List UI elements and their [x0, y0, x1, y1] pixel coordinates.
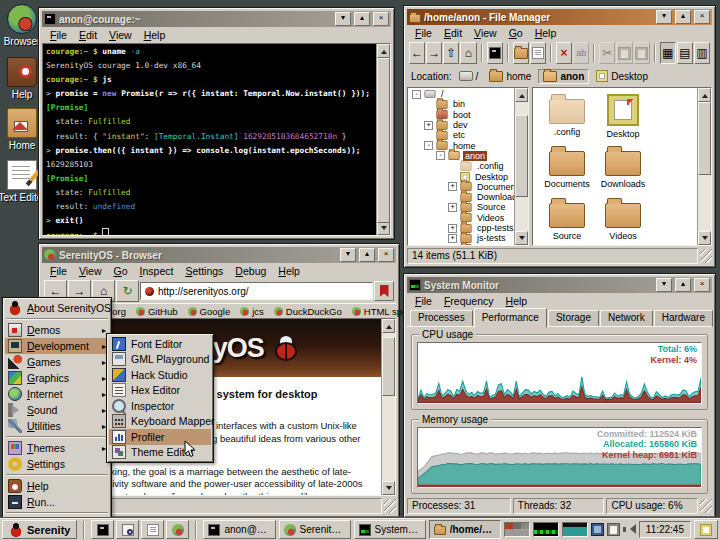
reload-button[interactable]: ↻	[116, 280, 139, 302]
table-view-button[interactable]: ▤	[677, 42, 693, 64]
collapse-icon[interactable]: -	[424, 141, 433, 150]
browser-menu-view[interactable]: View	[73, 265, 108, 277]
scroll-up-button[interactable]	[377, 44, 390, 58]
scroll-down-button[interactable]	[377, 221, 390, 235]
minimize-button[interactable]: ▾	[340, 248, 356, 262]
rename-button[interactable]: ab	[573, 42, 589, 64]
collapse-icon[interactable]: -	[412, 90, 421, 99]
system-monitor-menu-help[interactable]: Help	[500, 295, 534, 307]
start-menu-item-themes[interactable]: Themes▸	[5, 440, 109, 456]
icon-view-button[interactable]: ▦	[660, 42, 676, 64]
expand-icon[interactable]: +	[448, 234, 457, 243]
scroll-track[interactable]	[382, 333, 395, 481]
bookmark-github[interactable]: GitHub	[132, 306, 182, 317]
terminal-scrollbar[interactable]	[376, 44, 390, 235]
start-menu-item-sound[interactable]: Sound▸	[5, 402, 109, 418]
tree-item-boot[interactable]: boot	[408, 110, 514, 120]
quick-launch-filesearch[interactable]	[116, 520, 139, 539]
tree-item-home[interactable]: -home	[408, 140, 514, 150]
scroll-up-button[interactable]	[515, 88, 528, 102]
scroll-thumb[interactable]	[377, 58, 390, 223]
terminal-output[interactable]: courage:~ $ uname -aSerenityOS courage 1…	[43, 44, 376, 235]
tree-item-[interactable]: -/	[408, 89, 514, 99]
tab-network[interactable]: Network	[600, 310, 653, 327]
submenu-item-inspector[interactable]: Inspector	[109, 398, 211, 414]
scroll-thumb[interactable]	[698, 102, 711, 175]
start-menu-item-settings[interactable]: Settings	[5, 456, 109, 472]
minimize-button[interactable]: ▾	[656, 278, 672, 292]
file-manager-menu-help[interactable]: Help	[529, 27, 563, 39]
browser-menu-help[interactable]: Help	[272, 265, 306, 277]
open-terminal-button[interactable]	[487, 42, 503, 64]
tree-item-etc[interactable]: etc	[408, 130, 514, 140]
terminal-menu-view[interactable]: View	[103, 29, 138, 41]
system-monitor-menu-frequency[interactable]: Frequency	[438, 295, 500, 307]
file-item-config[interactable]: .config	[540, 92, 594, 144]
breadcrumb-[interactable]: /	[455, 70, 483, 83]
tree-item-dev[interactable]: +dev	[408, 120, 514, 130]
system-monitor-titlebar[interactable]: System Monitor ▾ ▴ ×	[407, 277, 712, 293]
minimize-button[interactable]: ▾	[656, 10, 672, 24]
tree-item-documents[interactable]: +Documents	[408, 182, 514, 192]
close-button[interactable]: ×	[694, 278, 710, 292]
bookmark-jcs[interactable]: jcs	[236, 306, 268, 317]
scroll-track[interactable]	[377, 58, 390, 221]
tree-item-bin[interactable]: bin	[408, 99, 514, 109]
start-menu-item-demos[interactable]: Demos▸	[5, 322, 109, 338]
copy-button[interactable]	[616, 42, 632, 64]
scroll-up-button[interactable]	[382, 319, 395, 333]
quick-launch-textedit[interactable]	[141, 520, 164, 539]
scroll-down-button[interactable]	[698, 231, 711, 245]
tree-item-tests[interactable]: tests	[408, 243, 514, 245]
clock[interactable]: 11:22:45	[639, 521, 691, 538]
maximize-button[interactable]: ▴	[675, 10, 691, 24]
file-item-source[interactable]: Source	[540, 196, 594, 245]
breadcrumb-home[interactable]: home	[485, 70, 535, 83]
maximize-button[interactable]: ▴	[354, 12, 370, 26]
breadcrumb-desktop[interactable]: Desktop	[592, 69, 652, 83]
scroll-track[interactable]	[698, 102, 711, 231]
resize-grip[interactable]	[700, 499, 712, 513]
taskbar-window-anon-courage[interactable]: anon@courage:~	[203, 520, 275, 539]
file-manager-titlebar[interactable]: /home/anon - File Manager ▾ ▴ ×	[407, 9, 712, 25]
browser-menu-go[interactable]: Go	[108, 265, 134, 277]
close-button[interactable]: ×	[373, 12, 389, 26]
network-icon[interactable]	[591, 523, 604, 536]
scroll-thumb[interactable]	[382, 337, 395, 395]
start-menu-item-utilities[interactable]: Utilities▸	[5, 418, 109, 434]
start-button[interactable]: Serenity	[2, 520, 77, 539]
terminal-menu-file[interactable]: File	[44, 29, 73, 41]
columns-view-button[interactable]: ▥	[694, 42, 710, 64]
show-desktop-button[interactable]	[694, 520, 718, 539]
browser-menu-inspect[interactable]: Inspect	[134, 265, 180, 277]
volume-icon[interactable]	[623, 523, 636, 536]
taskbar-window-system-monitor[interactable]: System Monitor	[354, 520, 426, 539]
maximize-button[interactable]: ▴	[675, 278, 691, 292]
tree-item-videos[interactable]: Videos	[408, 213, 514, 223]
browser-menu-debug[interactable]: Debug	[229, 265, 272, 277]
forward-button[interactable]: →	[426, 42, 442, 64]
resize-grip[interactable]	[700, 249, 712, 263]
breadcrumb-anon[interactable]: anon	[538, 69, 589, 84]
tab-processes[interactable]: Processes	[410, 310, 473, 327]
file-item-desktop[interactable]: Desktop	[596, 92, 650, 144]
minimize-button[interactable]: ▾	[335, 12, 351, 26]
grid-scrollbar[interactable]	[697, 88, 711, 245]
taskbar-window-home-anon-fil[interactable]: /home/anon - Fil...	[429, 520, 501, 539]
resize-grip[interactable]	[384, 499, 396, 513]
start-menu-item-development[interactable]: Development▸	[5, 338, 109, 354]
open-parent-button[interactable]: ⇧	[443, 42, 459, 64]
submenu-item-font-editor[interactable]: Font Editor	[109, 336, 211, 352]
scroll-up-button[interactable]	[698, 88, 711, 102]
browser-menu-file[interactable]: File	[44, 265, 73, 277]
new-folder-button[interactable]	[513, 42, 529, 64]
start-menu-item-graphics[interactable]: Graphics▸	[5, 370, 109, 386]
paste-button[interactable]	[634, 42, 650, 64]
tree-scrollbar[interactable]	[514, 88, 528, 245]
file-manager-menu-edit[interactable]: Edit	[438, 27, 468, 39]
maximize-button[interactable]: ▴	[359, 248, 375, 262]
start-menu-item-games[interactable]: Games▸	[5, 354, 109, 370]
bookmark-button[interactable]	[374, 281, 394, 301]
start-menu-item-internet[interactable]: Internet▸	[5, 386, 109, 402]
url-bar[interactable]: http://serenityos.org/	[140, 282, 373, 300]
